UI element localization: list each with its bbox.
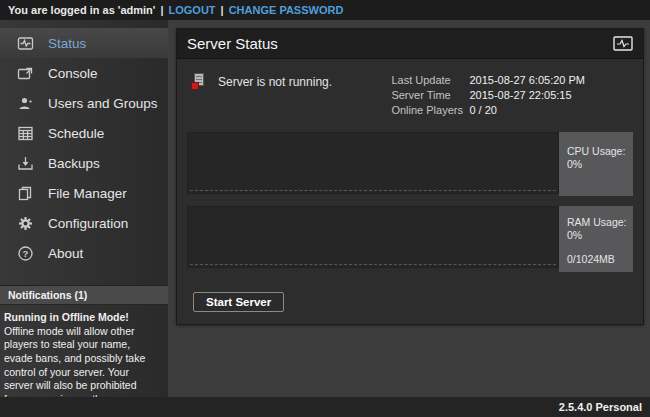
info-label: Server Time (391, 88, 469, 103)
info-value: 2015-08-27 22:05:15 (469, 88, 571, 103)
svg-text:?: ? (23, 248, 29, 259)
sidebar-item-label: Schedule (48, 126, 104, 141)
version-text: 2.5.4.0 Personal (559, 401, 642, 413)
info-row-online-players: Online Players 0 / 20 (391, 103, 585, 118)
server-state-text: Server is not running. (218, 75, 332, 89)
notification-title: Running in Offline Mode! (4, 311, 160, 325)
topbar: You are logged in as 'admin' | LOGOUT | … (0, 0, 650, 20)
notifications-header: Notifications (1) (0, 285, 168, 305)
status-icon (17, 35, 34, 52)
info-label: Online Players (391, 103, 469, 118)
sidebar-item-schedule[interactable]: Schedule (0, 118, 168, 148)
sidebar-item-file-manager[interactable]: File Manager (0, 178, 168, 208)
separator: | (221, 4, 224, 16)
notification-item: Running in Offline Mode! Offline mode wi… (0, 305, 168, 397)
sidebar-item-label: Status (48, 36, 86, 51)
sidebar-item-status[interactable]: Status (0, 28, 168, 58)
logout-link[interactable]: LOGOUT (169, 4, 216, 16)
info-value: 2015-08-27 6:05:20 PM (469, 73, 585, 88)
footer-bar: 2.5.4.0 Personal (0, 397, 650, 417)
info-row-last-update: Last Update 2015-08-27 6:05:20 PM (391, 73, 585, 88)
cpu-usage-chart (187, 132, 559, 194)
configuration-icon (17, 215, 34, 232)
notification-text: Offline mode will allow other players to… (4, 325, 160, 397)
server-stopped-icon (191, 73, 208, 90)
info-value: 0 / 20 (469, 103, 497, 118)
server-info-table: Last Update 2015-08-27 6:05:20 PM Server… (391, 73, 585, 118)
panel-header: Server Status (177, 29, 643, 59)
content-row: Status Console Users and (0, 20, 650, 397)
sidebar-item-users-and-groups[interactable]: Users and Groups (0, 88, 168, 118)
backups-icon (17, 155, 34, 172)
sidebar-item-label: Configuration (48, 216, 128, 231)
file-manager-icon (17, 185, 34, 202)
server-state-message: Server is not running. (187, 73, 332, 90)
ram-usage-label: RAM Usage: (567, 216, 627, 229)
ram-usage-chart (187, 206, 559, 268)
cpu-gauge-row: CPU Usage: 0% (187, 132, 633, 196)
sidebar-item-backups[interactable]: Backups (0, 148, 168, 178)
ram-usage-value: 0% (567, 229, 627, 242)
info-label: Last Update (391, 73, 469, 88)
panel-body: Server is not running. Last Update 2015-… (177, 59, 643, 324)
about-icon: ? (17, 245, 34, 262)
info-row-server-time: Server Time 2015-08-27 22:05:15 (391, 88, 585, 103)
ram-usage-info: RAM Usage: 0% 0/1024MB (559, 206, 633, 272)
status-row: Server is not running. Last Update 2015-… (187, 73, 633, 118)
sidebar: Status Console Users and (0, 20, 168, 397)
start-server-button[interactable]: Start Server (193, 292, 284, 312)
logged-in-text: You are logged in as 'admin' (8, 4, 155, 16)
sidebar-item-label: Users and Groups (48, 96, 158, 111)
sidebar-item-label: File Manager (48, 186, 127, 201)
page-title: Server Status (187, 35, 613, 52)
main-area: Server Status Server is not ru (168, 20, 650, 397)
sidebar-item-about[interactable]: ? About (0, 238, 168, 268)
separator: | (160, 4, 163, 16)
sidebar-item-configuration[interactable]: Configuration (0, 208, 168, 238)
ram-gauge-row: RAM Usage: 0% 0/1024MB (187, 206, 633, 272)
sidebar-item-label: Console (48, 66, 98, 81)
console-icon (17, 65, 34, 82)
ram-usage-detail: 0/1024MB (567, 253, 627, 266)
schedule-icon (17, 125, 34, 142)
sidebar-item-console[interactable]: Console (0, 58, 168, 88)
server-status-panel: Server Status Server is not ru (176, 28, 644, 325)
sidebar-item-label: Backups (48, 156, 100, 171)
cpu-usage-info: CPU Usage: 0% (559, 132, 633, 196)
sidebar-item-label: About (48, 246, 83, 261)
cpu-usage-value: 0% (567, 158, 627, 171)
cpu-usage-label: CPU Usage: (567, 145, 627, 158)
users-icon (17, 95, 34, 112)
performance-chart-icon[interactable] (613, 36, 633, 51)
change-password-link[interactable]: CHANGE PASSWORD (229, 4, 344, 16)
